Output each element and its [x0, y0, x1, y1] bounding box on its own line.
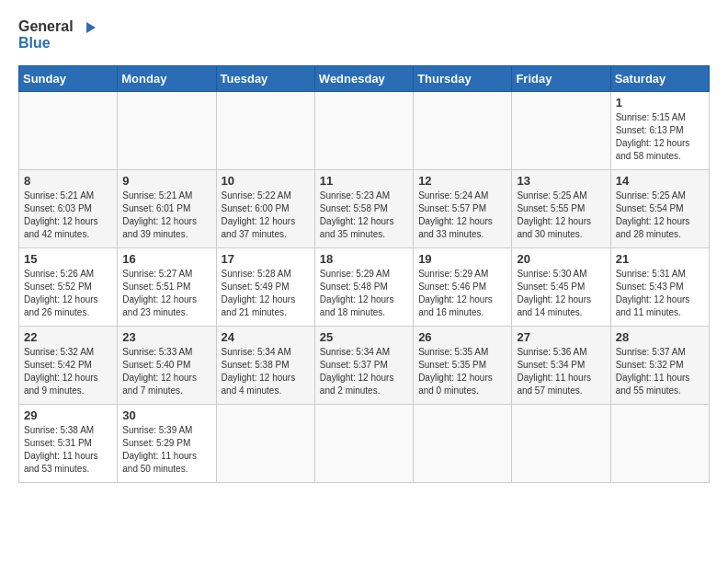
cell-details: Sunrise: 5:38 AMSunset: 5:31 PMDaylight:… — [24, 425, 98, 474]
cell-details: Sunrise: 5:26 AMSunset: 5:52 PMDaylight:… — [24, 269, 98, 317]
day-header-monday: Monday — [118, 66, 216, 92]
calendar-week-row: 22 Sunrise: 5:32 AMSunset: 5:42 PMDaylig… — [19, 327, 710, 405]
calendar-cell: 28 Sunrise: 5:37 AMSunset: 5:32 PMDaylig… — [610, 327, 709, 405]
calendar-cell: 12 Sunrise: 5:24 AMSunset: 5:57 PMDaylig… — [414, 170, 512, 248]
day-number: 8 — [24, 174, 112, 188]
calendar-cell: 23 Sunrise: 5:33 AMSunset: 5:40 PMDaylig… — [118, 327, 216, 405]
logo: General Blue — [18, 18, 96, 51]
page-header: General Blue — [18, 18, 710, 51]
day-number: 15 — [24, 252, 112, 266]
day-number: 20 — [517, 252, 605, 266]
day-number: 26 — [418, 330, 506, 344]
calendar-cell — [118, 92, 216, 170]
calendar-cell: 22 Sunrise: 5:32 AMSunset: 5:42 PMDaylig… — [19, 327, 118, 405]
calendar-table: SundayMondayTuesdayWednesdayThursdayFrid… — [18, 65, 710, 483]
day-header-tuesday: Tuesday — [216, 66, 314, 92]
calendar-cell: 26 Sunrise: 5:35 AMSunset: 5:35 PMDaylig… — [414, 327, 512, 405]
day-number: 23 — [122, 330, 210, 344]
calendar-cell — [216, 92, 314, 170]
calendar-cell — [314, 92, 413, 170]
cell-details: Sunrise: 5:37 AMSunset: 5:32 PMDaylight:… — [616, 347, 690, 396]
calendar-cell: 15 Sunrise: 5:26 AMSunset: 5:52 PMDaylig… — [19, 248, 118, 327]
day-number: 21 — [616, 252, 704, 266]
calendar-cell: 13 Sunrise: 5:25 AMSunset: 5:55 PMDaylig… — [512, 170, 610, 248]
calendar-week-row: 29 Sunrise: 5:38 AMSunset: 5:31 PMDaylig… — [19, 405, 710, 483]
cell-details: Sunrise: 5:23 AMSunset: 5:58 PMDaylight:… — [320, 190, 394, 239]
cell-details: Sunrise: 5:25 AMSunset: 5:54 PMDaylight:… — [616, 190, 690, 239]
calendar-cell: 24 Sunrise: 5:34 AMSunset: 5:38 PMDaylig… — [216, 327, 314, 405]
calendar-header-row: SundayMondayTuesdayWednesdayThursdayFrid… — [19, 66, 710, 92]
calendar-cell: 9 Sunrise: 5:21 AMSunset: 6:01 PMDayligh… — [118, 170, 216, 248]
day-header-sunday: Sunday — [19, 66, 118, 92]
calendar-cell: 18 Sunrise: 5:29 AMSunset: 5:48 PMDaylig… — [314, 248, 413, 327]
day-number: 28 — [616, 330, 704, 344]
svg-marker-0 — [86, 22, 96, 33]
cell-details: Sunrise: 5:34 AMSunset: 5:38 PMDaylight:… — [222, 347, 296, 396]
calendar-cell — [414, 405, 512, 483]
day-number: 18 — [320, 252, 408, 266]
cell-details: Sunrise: 5:30 AMSunset: 5:45 PMDaylight:… — [517, 269, 591, 317]
day-number: 30 — [122, 408, 210, 422]
cell-details: Sunrise: 5:15 AMSunset: 6:13 PMDaylight:… — [616, 112, 690, 161]
cell-details: Sunrise: 5:21 AMSunset: 6:03 PMDaylight:… — [24, 190, 98, 239]
cell-details: Sunrise: 5:39 AMSunset: 5:29 PMDaylight:… — [122, 425, 197, 474]
cell-details: Sunrise: 5:24 AMSunset: 5:57 PMDaylight:… — [418, 190, 493, 239]
cell-details: Sunrise: 5:33 AMSunset: 5:40 PMDaylight:… — [122, 347, 197, 396]
cell-details: Sunrise: 5:29 AMSunset: 5:48 PMDaylight:… — [320, 269, 394, 317]
day-number: 24 — [222, 330, 310, 344]
cell-details: Sunrise: 5:31 AMSunset: 5:43 PMDaylight:… — [616, 269, 690, 317]
day-number: 27 — [517, 330, 605, 344]
logo-bird-icon — [77, 20, 96, 35]
cell-details: Sunrise: 5:34 AMSunset: 5:37 PMDaylight:… — [320, 347, 394, 396]
calendar-cell — [216, 405, 314, 483]
calendar-cell: 27 Sunrise: 5:36 AMSunset: 5:34 PMDaylig… — [512, 327, 610, 405]
cell-details: Sunrise: 5:35 AMSunset: 5:35 PMDaylight:… — [418, 347, 493, 396]
calendar-cell: 19 Sunrise: 5:29 AMSunset: 5:46 PMDaylig… — [414, 248, 512, 327]
calendar-cell — [314, 405, 413, 483]
day-number: 29 — [24, 408, 112, 422]
calendar-cell: 8 Sunrise: 5:21 AMSunset: 6:03 PMDayligh… — [19, 170, 118, 248]
cell-details: Sunrise: 5:36 AMSunset: 5:34 PMDaylight:… — [517, 347, 591, 396]
day-number: 11 — [320, 174, 408, 188]
calendar-cell: 11 Sunrise: 5:23 AMSunset: 5:58 PMDaylig… — [314, 170, 413, 248]
calendar-cell: 10 Sunrise: 5:22 AMSunset: 6:00 PMDaylig… — [216, 170, 314, 248]
calendar-cell: 29 Sunrise: 5:38 AMSunset: 5:31 PMDaylig… — [19, 405, 118, 483]
day-number: 9 — [122, 174, 210, 188]
calendar-cell: 1 Sunrise: 5:15 AMSunset: 6:13 PMDayligh… — [610, 92, 709, 170]
day-number: 19 — [418, 252, 506, 266]
calendar-cell: 20 Sunrise: 5:30 AMSunset: 5:45 PMDaylig… — [512, 248, 610, 327]
cell-details: Sunrise: 5:29 AMSunset: 5:46 PMDaylight:… — [418, 269, 493, 317]
day-number: 16 — [122, 252, 210, 266]
day-header-thursday: Thursday — [414, 66, 512, 92]
calendar-cell — [19, 92, 118, 170]
day-number: 22 — [24, 330, 112, 344]
logo-text: General Blue — [18, 18, 96, 51]
calendar-body: 1 Sunrise: 5:15 AMSunset: 6:13 PMDayligh… — [19, 92, 710, 483]
calendar-week-row: 8 Sunrise: 5:21 AMSunset: 6:03 PMDayligh… — [19, 170, 710, 248]
day-number: 17 — [222, 252, 310, 266]
calendar-week-row: 1 Sunrise: 5:15 AMSunset: 6:13 PMDayligh… — [19, 92, 710, 170]
day-number: 25 — [320, 330, 408, 344]
cell-details: Sunrise: 5:25 AMSunset: 5:55 PMDaylight:… — [517, 190, 591, 239]
calendar-week-row: 15 Sunrise: 5:26 AMSunset: 5:52 PMDaylig… — [19, 248, 710, 327]
calendar-cell: 17 Sunrise: 5:28 AMSunset: 5:49 PMDaylig… — [216, 248, 314, 327]
calendar-cell: 16 Sunrise: 5:27 AMSunset: 5:51 PMDaylig… — [118, 248, 216, 327]
day-number: 10 — [222, 174, 310, 188]
day-number: 12 — [418, 174, 506, 188]
calendar-cell — [414, 92, 512, 170]
calendar-cell: 14 Sunrise: 5:25 AMSunset: 5:54 PMDaylig… — [610, 170, 709, 248]
cell-details: Sunrise: 5:22 AMSunset: 6:00 PMDaylight:… — [222, 190, 296, 239]
day-number: 14 — [616, 174, 704, 188]
cell-details: Sunrise: 5:21 AMSunset: 6:01 PMDaylight:… — [122, 190, 197, 239]
day-number: 1 — [616, 96, 704, 109]
calendar-cell: 30 Sunrise: 5:39 AMSunset: 5:29 PMDaylig… — [118, 405, 216, 483]
cell-details: Sunrise: 5:28 AMSunset: 5:49 PMDaylight:… — [222, 269, 296, 317]
day-header-friday: Friday — [512, 66, 610, 92]
day-header-wednesday: Wednesday — [314, 66, 413, 92]
day-number: 13 — [517, 174, 605, 188]
cell-details: Sunrise: 5:32 AMSunset: 5:42 PMDaylight:… — [24, 347, 98, 396]
calendar-cell: 25 Sunrise: 5:34 AMSunset: 5:37 PMDaylig… — [314, 327, 413, 405]
cell-details: Sunrise: 5:27 AMSunset: 5:51 PMDaylight:… — [122, 269, 197, 317]
calendar-cell: 21 Sunrise: 5:31 AMSunset: 5:43 PMDaylig… — [610, 248, 709, 327]
calendar-cell — [512, 92, 610, 170]
